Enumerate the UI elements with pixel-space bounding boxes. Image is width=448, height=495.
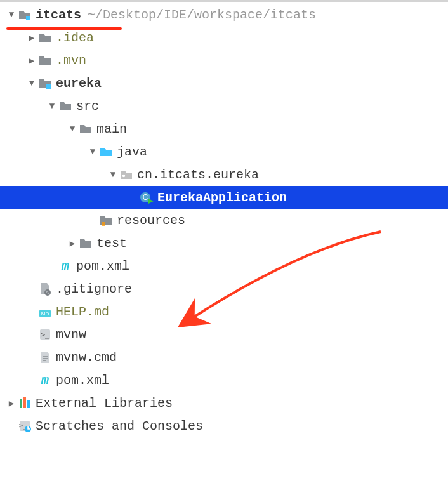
tree-row-eureka[interactable]: ▼ eureka — [0, 72, 448, 95]
project-name: itcats — [36, 8, 81, 22]
svg-rect-0 — [26, 16, 30, 20]
chevron-down-icon[interactable]: ▼ — [47, 101, 57, 111]
tree-row-main[interactable]: ▼ main — [0, 117, 448, 140]
tree-row-java[interactable]: ▼ java — [0, 140, 448, 163]
chevron-down-icon[interactable]: ▼ — [67, 124, 77, 134]
tree-row-scratches[interactable]: ▶ >_ Scratches and Consoles — [0, 414, 448, 437]
folder-icon — [38, 53, 52, 67]
svg-marker-5 — [148, 199, 154, 204]
file-label: pom.xml — [56, 373, 109, 388]
folder-icon — [58, 99, 72, 113]
file-label: mvnw.cmd — [56, 350, 117, 365]
chevron-right-icon[interactable]: ▶ — [6, 398, 16, 409]
tree-row-test[interactable]: ▶ test — [0, 232, 448, 254]
chevron-down-icon[interactable]: ▼ — [88, 147, 98, 157]
tree-row-mvnw[interactable]: ▶ >_ mvnw — [0, 323, 448, 346]
tree-row-mvn[interactable]: ▶ .mvn — [0, 49, 448, 72]
svg-text:>_: >_ — [41, 331, 49, 339]
folder-label: src — [76, 99, 99, 114]
chevron-down-icon[interactable]: ▼ — [108, 169, 118, 180]
gitignore-file-icon — [38, 282, 52, 296]
module-folder-icon — [38, 76, 52, 90]
annotation-underline — [6, 27, 122, 30]
tree-row-eureka-application[interactable]: ▶ C EurekaApplication — [0, 186, 448, 209]
library-icon — [18, 396, 32, 410]
tree-row-mvnw-cmd[interactable]: ▶ mvnw.cmd — [0, 346, 448, 369]
scratches-icon: >_ — [18, 419, 32, 433]
file-label: pom.xml — [76, 259, 129, 274]
folder-label: test — [96, 236, 127, 251]
tree-row-package[interactable]: ▼ cn.itcats.eureka — [0, 163, 448, 186]
tree-row-pom-eureka[interactable]: ▶ m pom.xml — [0, 254, 448, 277]
java-class-run-icon: C — [140, 190, 154, 204]
tree-row-external-libraries[interactable]: ▶ External Libraries — [0, 392, 448, 414]
svg-rect-1 — [46, 84, 51, 89]
markdown-file-icon: MD — [38, 305, 52, 319]
class-label: EurekaApplication — [157, 190, 287, 205]
tree-row-help-md[interactable]: ▶ MD HELP.md — [0, 300, 448, 323]
svg-rect-18 — [20, 399, 22, 408]
folder-label: .mvn — [56, 53, 86, 68]
chevron-right-icon[interactable]: ▶ — [67, 238, 77, 249]
folder-icon — [79, 236, 93, 250]
tree-root-row[interactable]: ▼ itcats ~/Desktop/IDE/workspace/itcats — [0, 3, 448, 26]
folder-label: eureka — [56, 76, 102, 91]
file-label: mvnw — [56, 327, 86, 342]
file-label: HELP.md — [56, 305, 109, 319]
folder-label: .idea — [56, 30, 94, 45]
package-label: cn.itcats.eureka — [137, 168, 259, 182]
svg-rect-20 — [27, 400, 30, 408]
maven-icon: m — [58, 259, 72, 273]
tree-row-gitignore[interactable]: ▶ .gitignore — [0, 277, 448, 300]
package-icon — [119, 168, 133, 182]
folder-label: resources — [117, 213, 185, 228]
tree-row-src[interactable]: ▼ src — [0, 95, 448, 117]
folder-label: main — [96, 122, 127, 136]
project-tree: ▼ itcats ~/Desktop/IDE/workspace/itcats … — [0, 3, 448, 437]
chevron-down-icon[interactable]: ▼ — [27, 78, 37, 88]
folder-label: java — [117, 145, 147, 159]
file-label: .gitignore — [56, 282, 132, 296]
chevron-right-icon[interactable]: ▶ — [27, 32, 37, 43]
chevron-right-icon[interactable]: ▶ — [27, 55, 37, 66]
project-path: ~/Desktop/IDE/workspace/itcats — [88, 8, 316, 22]
text-file-icon — [38, 350, 52, 364]
section-label: External Libraries — [36, 396, 173, 411]
resources-folder-icon — [99, 213, 113, 227]
folder-icon — [79, 122, 93, 136]
svg-rect-19 — [23, 397, 26, 408]
shell-file-icon: >_ — [38, 327, 52, 341]
source-folder-icon — [99, 145, 113, 159]
folder-icon — [38, 30, 52, 44]
chevron-down-icon[interactable]: ▼ — [6, 10, 16, 20]
svg-text:C: C — [143, 193, 148, 202]
module-folder-icon — [18, 8, 32, 22]
maven-icon: m — [38, 373, 52, 387]
tree-row-pom-root[interactable]: ▶ m pom.xml — [0, 369, 448, 392]
tree-row-resources[interactable]: ▶ resources — [0, 209, 448, 232]
section-label: Scratches and Consoles — [36, 419, 203, 433]
svg-point-2 — [122, 175, 125, 177]
svg-text:MD: MD — [41, 311, 49, 317]
